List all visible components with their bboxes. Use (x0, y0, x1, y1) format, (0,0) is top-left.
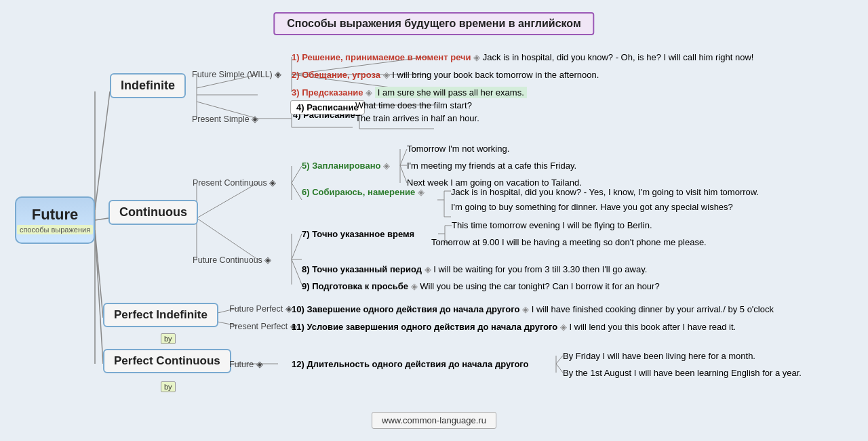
item-3-label: 3) Предсказание ◈ I am sure she will pas… (292, 87, 527, 98)
item-6-label: 6) Собираюсь, намерение ◈ (302, 187, 425, 197)
tense-future-continuous: Future Continuous ◈ (193, 255, 271, 265)
svg-line-35 (292, 234, 302, 259)
tense-future-simple: Future Simple (WILL) ◈ (192, 69, 281, 79)
item-7-ex1: This time tomorrow evening I will be fly… (452, 220, 652, 230)
future-sub: способы выражения (17, 225, 93, 234)
item-2-label: 2) Обещание, угроза ◈ I will bring your … (292, 70, 599, 80)
item-7-label: 7) Точно указанное время (302, 229, 414, 239)
tense-future-pc: Future ◈ (229, 359, 263, 369)
svg-line-27 (400, 149, 407, 165)
svg-line-24 (292, 166, 302, 183)
svg-line-48 (556, 364, 563, 373)
tense-present-simple: Present Simple ◈ (192, 114, 258, 124)
svg-line-1 (95, 218, 108, 220)
by-label-2: by (161, 381, 176, 392)
item-12-ex1: By Friday I will have been living here f… (563, 351, 755, 361)
item-5-ex2: I'm meeting my friends at a cafe this Fr… (407, 161, 576, 171)
item-5-ex1: Tomorrow I'm not working. (407, 144, 509, 154)
future-node: Future способы выражения (15, 196, 95, 244)
item-11-label: 11) Условие завершения одного действия д… (292, 322, 736, 332)
svg-line-37 (292, 259, 302, 285)
item-1-label: 1) Решение, принимаемое в момент речи ◈ … (292, 52, 753, 62)
svg-line-0 (95, 91, 110, 210)
tense-future-perfect: Future Perfect ◈ (229, 303, 292, 314)
item-7-ex2: Tomorrow at 9.00 I will be having a meet… (431, 237, 707, 247)
item-5-label: 5) Запланировано ◈ (302, 161, 390, 171)
future-label: Future (32, 206, 78, 224)
item-4-example2: The train arrives in half an hour. (355, 113, 479, 123)
item-8-label: 8) Точно указанный период ◈ I will be wa… (302, 264, 647, 274)
main-container: Способы выражения будущего времени в анг… (0, 0, 868, 441)
item-5-ex3: Next week I am going on vacation to Tail… (407, 177, 582, 188)
svg-line-22 (197, 218, 258, 259)
item-4-example1: What time does the film start? (355, 100, 472, 110)
item-10-label: 10) Завершение одного действия до начала… (292, 304, 774, 314)
item-4-box: 4) Расписание (290, 100, 365, 114)
website-label: www.common-language.ru (372, 412, 496, 429)
svg-line-29 (400, 165, 407, 183)
item-12-ex2: By the 1st August I will have been learn… (563, 368, 802, 378)
svg-line-3 (95, 230, 103, 364)
item-6-ex2: I'm going to buy something for dinner. H… (451, 202, 733, 212)
svg-line-21 (197, 183, 258, 218)
by-label-1: by (161, 333, 176, 344)
item-6-ex1: Jack is in hospital, did you know? - Yes… (451, 187, 759, 197)
continuous-box: Continuous (108, 200, 198, 225)
tense-present-perfect: Present Perfect ◈ (229, 321, 297, 331)
perfect-indefinite-box: Perfect Indefinite (103, 303, 218, 327)
indefinite-box: Indefinite (110, 73, 186, 98)
item-9-label: 9) Подготовка к просьбе ◈ Will you be us… (302, 281, 660, 291)
svg-line-25 (292, 183, 302, 200)
item-12-label: 12) Длительность одного действия до нача… (292, 359, 529, 369)
svg-line-2 (95, 230, 103, 318)
page-title: Способы выражения будущего времени в анг… (273, 12, 594, 35)
tense-present-continuous: Present Continuous ◈ (193, 177, 276, 188)
svg-line-47 (556, 356, 563, 364)
perfect-continuous-box: Perfect Continuous (103, 349, 231, 373)
